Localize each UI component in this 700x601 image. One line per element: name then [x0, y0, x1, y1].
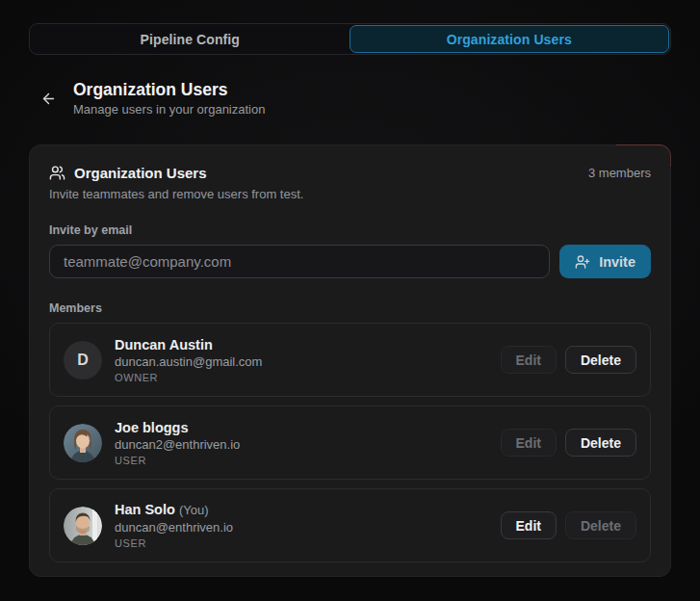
organization-users-card: Organization Users 3 members Invite team…: [29, 144, 671, 577]
tab-bar: Pipeline Config Organization Users: [29, 23, 671, 55]
member-info: Han Solo (You) duncan@enthriven.io USER: [115, 501, 233, 550]
member-row-han-solo: Han Solo (You) duncan@enthriven.io USER …: [49, 488, 651, 562]
card-description: Invite teammates and remove users from t…: [49, 187, 651, 202]
member-list: D Duncan Austin duncan.austin@gmail.com …: [49, 323, 651, 562]
member-name-text: Duncan Austin: [115, 337, 213, 353]
member-role: USER: [115, 455, 240, 467]
avatar-photo: [64, 507, 102, 545]
page-header: Organization Users Manage users in your …: [37, 80, 671, 118]
members-section-label: Members: [49, 301, 651, 315]
delete-button[interactable]: Delete: [565, 511, 636, 539]
tab-organization-users[interactable]: Organization Users: [350, 25, 670, 53]
users-icon: [49, 165, 65, 181]
member-email: duncan@enthriven.io: [115, 519, 233, 536]
member-info: Duncan Austin duncan.austin@gmail.com OW…: [115, 336, 262, 384]
member-email: duncan.austin@gmail.com: [115, 353, 262, 370]
member-name: Han Solo (You): [115, 501, 233, 519]
delete-button[interactable]: Delete: [565, 429, 636, 457]
card-title: Organization Users: [74, 165, 207, 181]
member-name: Joe bloggs: [115, 419, 240, 436]
members-count-badge: 3 members: [588, 166, 651, 180]
member-name-text: Han Solo: [115, 502, 175, 517]
arrow-left-icon: [40, 91, 57, 107]
member-you-suffix: (You): [179, 503, 209, 517]
edit-button[interactable]: Edit: [501, 511, 557, 539]
user-plus-icon: [575, 254, 590, 270]
man-portrait-image: [64, 507, 102, 545]
delete-button[interactable]: Delete: [565, 346, 636, 374]
member-actions: Edit Delete: [501, 346, 636, 374]
invite-row: Invite: [49, 245, 651, 278]
settings-page: Pipeline Config Organization Users Organ…: [0, 0, 700, 577]
invite-button-label: Invite: [599, 254, 635, 270]
card-header: Organization Users 3 members: [49, 165, 651, 181]
member-name: Duncan Austin: [115, 336, 262, 353]
member-info: Joe bloggs duncan2@enthriven.io USER: [115, 419, 240, 467]
member-row-duncan-austin: D Duncan Austin duncan.austin@gmail.com …: [49, 323, 651, 397]
invite-email-label: Invite by email: [49, 223, 651, 237]
invite-email-input[interactable]: [49, 245, 550, 278]
page-subtitle: Manage users in your organization: [73, 102, 265, 118]
edit-button[interactable]: Edit: [501, 429, 557, 457]
tab-pipeline-config[interactable]: Pipeline Config: [31, 25, 350, 53]
member-name-text: Joe bloggs: [115, 420, 189, 435]
avatar-photo: [64, 424, 102, 462]
member-role: OWNER: [115, 372, 262, 384]
avatar-letter: D: [64, 341, 102, 379]
member-actions: Edit Delete: [501, 429, 636, 457]
back-button[interactable]: [37, 88, 60, 111]
edit-button[interactable]: Edit: [501, 346, 557, 374]
member-email: duncan2@enthriven.io: [115, 436, 240, 453]
invite-button[interactable]: Invite: [559, 245, 651, 278]
member-actions: Edit Delete: [501, 511, 636, 539]
member-role: USER: [115, 537, 233, 550]
page-title: Organization Users: [73, 80, 265, 100]
woman-portrait-image: [64, 424, 102, 462]
page-header-text: Organization Users Manage users in your …: [73, 80, 265, 118]
member-row-joe-bloggs: Joe bloggs duncan2@enthriven.io USER Edi…: [49, 405, 651, 480]
